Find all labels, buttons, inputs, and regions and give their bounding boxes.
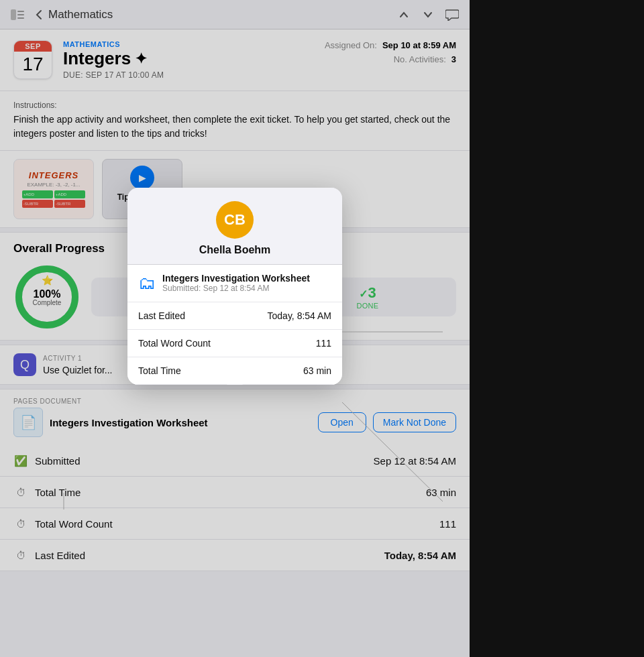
- popup-doc-row: 🗂 Integers Investigation Worksheet Submi…: [127, 265, 342, 302]
- popup-doc-title: Integers Investigation Worksheet: [162, 273, 310, 284]
- popup-body: 🗂 Integers Investigation Worksheet Submi…: [127, 265, 342, 385]
- popup-overlay: CB Chella Boehm 🗂 Integers Investigation…: [0, 0, 470, 657]
- popup-avatar: CB: [216, 201, 254, 239]
- popup-stat-total-time: Total Time 63 min: [127, 357, 342, 385]
- popup-stat-word-count-value: 111: [316, 338, 331, 349]
- popup-doc-sub: Submitted: Sep 12 at 8:54 AM: [162, 284, 310, 293]
- popup-doc-info: Integers Investigation Worksheet Submitt…: [162, 273, 310, 293]
- popup-stat-last-edited-value: Today, 8:54 AM: [268, 310, 331, 321]
- popup-name: Chella Boehm: [138, 244, 331, 256]
- popup-stat-last-edited: Last Edited Today, 8:54 AM: [127, 302, 342, 330]
- popup-stat-last-edited-label: Last Edited: [138, 310, 268, 321]
- popup-stat-word-count: Total Word Count 111: [127, 330, 342, 357]
- svg-line-7: [342, 402, 443, 501]
- popup-header: CB Chella Boehm: [127, 188, 342, 265]
- popup-doc-icon: 🗂: [138, 273, 156, 294]
- popup-stat-word-count-label: Total Word Count: [138, 338, 316, 349]
- main-panel: Mathematics SEP 17: [0, 0, 470, 657]
- black-panel: [470, 0, 644, 657]
- popup-stat-total-time-label: Total Time: [138, 365, 303, 376]
- popup-stat-total-time-value: 63 min: [303, 365, 331, 376]
- popup-card: CB Chella Boehm 🗂 Integers Investigation…: [127, 188, 342, 385]
